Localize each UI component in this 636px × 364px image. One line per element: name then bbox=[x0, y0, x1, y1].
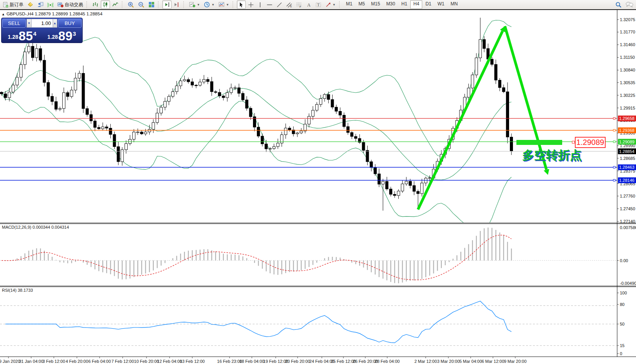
arrows-button[interactable]: ▼ bbox=[324, 0, 337, 9]
cursor-button[interactable] bbox=[237, 0, 246, 9]
svg-text:A: A bbox=[307, 2, 310, 7]
chat-icon bbox=[626, 2, 633, 8]
svg-text:0: 0 bbox=[620, 351, 622, 356]
buy-price[interactable]: 1.28 89 3 bbox=[42, 28, 82, 42]
auto-scroll-button[interactable] bbox=[162, 0, 171, 9]
tf-m30[interactable]: M30 bbox=[383, 0, 398, 9]
price-chart-canvas[interactable]: 多空转折点多空转折点1.290891.320751.317701.314601.… bbox=[0, 10, 636, 364]
svg-text:E: E bbox=[290, 5, 292, 8]
svg-text:F: F bbox=[300, 5, 301, 7]
buy-price-sup: 3 bbox=[73, 30, 76, 37]
templates-button[interactable]: ▼ bbox=[217, 0, 231, 9]
chat-button[interactable] bbox=[624, 0, 635, 9]
tf-m1[interactable]: M1 bbox=[343, 0, 356, 9]
navigator-button[interactable] bbox=[36, 0, 45, 9]
vertical-line-button[interactable] bbox=[256, 0, 264, 9]
tf-h4[interactable]: H4 bbox=[410, 0, 422, 9]
tf-h1[interactable]: H1 bbox=[398, 0, 410, 9]
market-watch-button[interactable] bbox=[26, 0, 35, 9]
auto-trading-button[interactable]: 自动交易 bbox=[56, 0, 85, 9]
market-watch-icon bbox=[27, 2, 33, 8]
svg-text:6 Feb 04:00: 6 Feb 04:00 bbox=[88, 359, 111, 364]
svg-text:7 Feb 12:00: 7 Feb 12:00 bbox=[112, 359, 134, 364]
main-toolbar: 新订单 自动交易 bbox=[0, 0, 636, 10]
svg-text:1.31460: 1.31460 bbox=[620, 42, 635, 47]
chart-shift-button[interactable] bbox=[172, 0, 181, 9]
volume-up-icon[interactable]: ▲ bbox=[53, 19, 57, 28]
svg-text:15: 15 bbox=[620, 343, 624, 348]
svg-text:80: 80 bbox=[620, 302, 624, 307]
svg-text:1.27450: 1.27450 bbox=[620, 206, 635, 211]
text-button[interactable]: A bbox=[305, 0, 313, 9]
dropdown-caret-icon: ▼ bbox=[211, 3, 215, 7]
zoom-in-button[interactable] bbox=[126, 0, 136, 9]
search-button[interactable] bbox=[614, 0, 623, 9]
fibonacci-button[interactable]: F bbox=[295, 0, 304, 9]
dropdown-caret-icon: ▼ bbox=[333, 3, 336, 7]
volume-input[interactable] bbox=[32, 19, 53, 28]
svg-text:3 Feb 12:00: 3 Feb 12:00 bbox=[43, 359, 65, 364]
buy-button[interactable]: BUY bbox=[58, 19, 82, 28]
support-highlight-bar[interactable] bbox=[516, 140, 562, 145]
equidistant-channel-button[interactable]: E bbox=[285, 0, 294, 9]
zoom-out-button[interactable] bbox=[137, 0, 146, 9]
tf-w1[interactable]: W1 bbox=[435, 0, 448, 9]
candlestick-chart-button[interactable] bbox=[101, 0, 110, 9]
signals-button[interactable] bbox=[46, 0, 55, 9]
line-chart-button[interactable] bbox=[111, 0, 120, 9]
tile-windows-button[interactable] bbox=[147, 0, 156, 9]
svg-text:3 Mar 20:00: 3 Mar 20:00 bbox=[437, 359, 460, 364]
svg-text:1.29915: 1.29915 bbox=[620, 106, 635, 110]
indicators-icon bbox=[189, 2, 195, 8]
horizontal-line-icon bbox=[266, 2, 273, 8]
svg-text:1.30225: 1.30225 bbox=[620, 93, 635, 98]
svg-text:1.27760: 1.27760 bbox=[620, 194, 635, 198]
sell-button[interactable]: SELL bbox=[2, 19, 26, 28]
svg-text:26 Feb 20:00: 26 Feb 20:00 bbox=[353, 359, 378, 364]
toolbar-group-insert: ▼ ▼ ▼ bbox=[186, 0, 232, 9]
navigator-icon bbox=[37, 2, 43, 8]
auto-trading-icon bbox=[57, 2, 63, 8]
quote-header: ▲GBPUSD-,H4 1.28879 1.28899 1.28845 1.28… bbox=[2, 12, 102, 16]
text-label-button[interactable]: T bbox=[314, 0, 323, 9]
svg-text:13 Feb 12:00: 13 Feb 12:00 bbox=[180, 359, 205, 364]
vertical-line-icon bbox=[258, 2, 263, 8]
svg-text:29 Jan 2020: 29 Jan 2020 bbox=[0, 359, 20, 364]
horizontal-line-button[interactable] bbox=[265, 0, 274, 9]
dropdown-caret-icon: ▼ bbox=[197, 3, 200, 7]
price-callout-box[interactable]: 1.29089 bbox=[572, 137, 605, 148]
toolbar-group-scroll bbox=[161, 0, 183, 9]
svg-text:16 Feb 23:00: 16 Feb 23:00 bbox=[217, 359, 242, 364]
trendline-button[interactable] bbox=[275, 0, 284, 9]
svg-text:1.30535: 1.30535 bbox=[620, 80, 635, 85]
sell-price[interactable]: 1.28 85 4 bbox=[2, 28, 42, 42]
svg-text:31 Jan 04:00: 31 Jan 04:00 bbox=[19, 359, 43, 364]
crosshair-button[interactable] bbox=[246, 0, 255, 9]
buy-price-big: 89 bbox=[58, 31, 73, 42]
volume-down-icon[interactable]: ▼ bbox=[27, 19, 31, 28]
tf-mn[interactable]: MN bbox=[448, 0, 461, 9]
svg-text:1.29089: 1.29089 bbox=[619, 140, 634, 144]
tf-m5[interactable]: M5 bbox=[355, 0, 368, 9]
bar-chart-button[interactable] bbox=[91, 0, 100, 9]
toolbar-group-chart-type bbox=[90, 0, 121, 9]
svg-text:20 Feb 20:00: 20 Feb 20:00 bbox=[285, 359, 310, 364]
tf-d1[interactable]: D1 bbox=[422, 0, 434, 9]
macd-label: MACD(12,26,9) 0.000344 0.004314 bbox=[2, 225, 69, 229]
text-icon: A bbox=[306, 2, 311, 8]
search-icon bbox=[615, 2, 622, 8]
svg-text:1.27140: 1.27140 bbox=[620, 219, 635, 224]
toolbar-separator bbox=[183, 1, 186, 8]
indicators-button[interactable]: ▼ bbox=[188, 0, 201, 9]
toolbar-group-zoom bbox=[125, 0, 157, 9]
periods-button[interactable]: ▼ bbox=[202, 0, 216, 9]
line-chart-icon bbox=[112, 2, 118, 8]
auto-scroll-icon bbox=[164, 2, 170, 8]
crosshair-icon bbox=[248, 2, 254, 8]
mt4-terminal: 新订单 自动交易 bbox=[0, 0, 636, 364]
svg-text:18 Feb 04:00: 18 Feb 04:00 bbox=[240, 359, 265, 364]
toolbar-group-objects: E F A T ▼ bbox=[236, 0, 338, 9]
tf-m15[interactable]: M15 bbox=[368, 0, 383, 9]
new-order-button[interactable]: 新订单 bbox=[1, 0, 25, 9]
collapse-panel-icon[interactable]: ▲ bbox=[2, 12, 5, 16]
